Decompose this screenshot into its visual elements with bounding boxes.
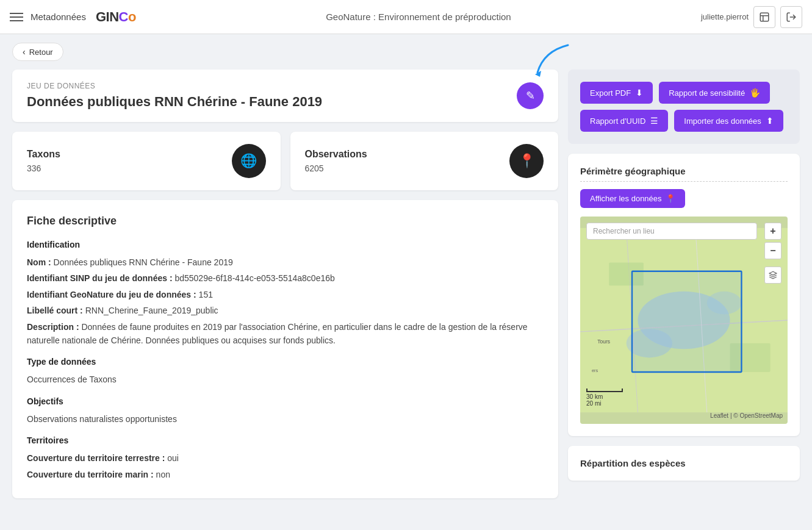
especes-title: Répartition des espèces xyxy=(580,458,788,468)
map-scale: 30 km 20 mi xyxy=(586,389,623,407)
map-attribution: Leaflet | © OpenStreetMap xyxy=(710,412,783,419)
importer-donnees-label: Importer des données xyxy=(684,116,761,126)
observations-value: 6205 xyxy=(305,163,367,173)
hand-icon: 🖐 xyxy=(750,88,760,98)
taxons-icon: 🌐 xyxy=(232,144,266,178)
objectifs-value: Observations naturalistes opportunistes xyxy=(27,414,177,424)
importer-donnees-button[interactable]: Importer des données ⬆ xyxy=(674,110,783,132)
type-donnees-section-title: Type de données xyxy=(27,357,544,367)
logout-button[interactable] xyxy=(780,6,802,28)
observations-stat-info: Observations 6205 xyxy=(305,149,367,173)
upload-icon: ⬆ xyxy=(766,116,774,126)
section-label: Metadonnées xyxy=(31,12,86,22)
map-container: Tours ers Rechercher un lieu + − xyxy=(580,217,788,424)
attribution-text: Leaflet | © OpenStreetMap xyxy=(710,412,783,419)
fiche-descriptive-card: Fiche descriptive Identification Nom : D… xyxy=(12,200,558,498)
scale-mi: 20 mi xyxy=(586,400,601,407)
app-title: GeoNature : Environnement de préproducti… xyxy=(143,12,694,22)
sinp-field: Identifiant SINP du jeu de données : bd5… xyxy=(27,271,544,285)
couverture-terrestre-value: oui xyxy=(167,453,179,463)
topnav-right: juliette.pierrot xyxy=(701,6,802,28)
geo-title: Périmètre géographique xyxy=(580,166,788,182)
description-field: Description : Données de faune produites… xyxy=(27,320,544,348)
rapport-sensibilite-button[interactable]: Rapport de sensibilité 🖐 xyxy=(659,82,770,104)
dataset-title: Données publiques RNN Chérine - Faune 20… xyxy=(27,94,544,110)
location-icon: 📍 xyxy=(666,194,675,203)
show-data-button[interactable]: Afficher les données 📍 xyxy=(580,189,685,208)
header-card: Jeu de données Données publiques RNN Ché… xyxy=(12,70,558,122)
map-search-placeholder: Rechercher un lieu xyxy=(593,227,655,235)
list-icon: ☰ xyxy=(650,116,658,126)
show-data-label: Afficher les données xyxy=(590,194,662,203)
scale-km: 30 km xyxy=(586,393,603,400)
left-column: Jeu de données Données publiques RNN Ché… xyxy=(12,70,558,498)
especes-card: Répartition des espèces xyxy=(568,446,800,481)
rapport-sensibilite-label: Rapport de sensibilité xyxy=(669,88,745,98)
couverture-terrestre-field: Couverture du territoire terrestre : oui xyxy=(27,451,544,465)
svg-rect-0 xyxy=(760,13,769,21)
sinp-value: bd55029e-6f18-414c-e053-5514a8c0e16b xyxy=(174,273,334,283)
observations-icon: 📍 xyxy=(509,144,544,178)
back-arrow-icon: ‹ xyxy=(23,47,26,57)
couverture-terrestre-label: Couverture du territoire terrestre : xyxy=(27,453,165,463)
nom-field: Nom : Données publiques RNN Chérine - Fa… xyxy=(27,256,544,269)
stats-row: Taxons 336 🌐 Observations 6205 📍 xyxy=(12,132,558,190)
actions-wrapper: Export PDF ⬇ Rapport de sensibilité 🖐 Ra… xyxy=(568,70,800,144)
back-button[interactable]: ‹ Retour xyxy=(12,43,63,61)
description-value: Données de faune produites en 2019 par l… xyxy=(27,322,528,345)
dataset-subtitle: Jeu de données xyxy=(27,82,544,90)
geonature-value: 151 xyxy=(199,290,213,299)
territoires-section-title: Territoires xyxy=(27,435,544,445)
actions-card: Export PDF ⬇ Rapport de sensibilité 🖐 Ra… xyxy=(568,70,800,144)
map-controls: + − xyxy=(764,223,781,284)
objectifs-value-row: Observations naturalistes opportunistes xyxy=(27,412,544,426)
brand-logo: GIN C o xyxy=(96,9,136,25)
svg-rect-16 xyxy=(632,271,741,372)
topnav: Metadonnées GIN C o GeoNature : Environn… xyxy=(0,0,812,34)
zoom-out-button[interactable]: − xyxy=(764,242,781,259)
type-donnees-value: Occurrences de Taxons xyxy=(27,374,117,384)
back-label: Retour xyxy=(29,48,53,57)
identification-section-title: Identification xyxy=(27,240,544,249)
taxons-stat-info: Taxons 336 xyxy=(27,149,60,173)
user-name: juliette.pierrot xyxy=(701,12,749,21)
libelle-value: RNN_Cherine_Faune_2019_public xyxy=(85,306,218,315)
taxons-label: Taxons xyxy=(27,149,60,160)
libelle-label: Libellé court : xyxy=(27,306,83,315)
breadcrumb-bar: ‹ Retour xyxy=(0,34,812,70)
menu-icon[interactable] xyxy=(10,13,23,21)
main-layout: Jeu de données Données publiques RNN Ché… xyxy=(0,70,812,510)
couverture-marin-field: Couverture du territoire marin : non xyxy=(27,468,544,481)
description-label: Description : xyxy=(27,322,79,332)
export-pdf-label: Export PDF xyxy=(590,88,631,98)
map-search-input[interactable]: Rechercher un lieu xyxy=(586,223,757,240)
libelle-field: Libellé court : RNN_Cherine_Faune_2019_p… xyxy=(27,304,544,317)
notifications-button[interactable] xyxy=(753,6,775,28)
geonature-field: Identifiant GeoNature du jeu de données … xyxy=(27,288,544,301)
svg-marker-17 xyxy=(769,271,777,275)
download-icon: ⬇ xyxy=(636,88,643,98)
nom-label: Nom : xyxy=(27,257,51,267)
svg-text:ers: ers xyxy=(592,368,598,373)
type-donnees-value-row: Occurrences de Taxons xyxy=(27,373,544,386)
rapport-uuid-button[interactable]: Rapport d'UUID ☰ xyxy=(580,110,668,132)
rapport-uuid-label: Rapport d'UUID xyxy=(590,116,645,126)
geonature-label: Identifiant GeoNature du jeu de données … xyxy=(27,290,196,299)
svg-text:Tours: Tours xyxy=(597,338,610,345)
couverture-marin-label: Couverture du territoire marin : xyxy=(27,470,154,479)
geo-card: Périmètre géographique Afficher les donn… xyxy=(568,154,800,436)
couverture-marin-value: non xyxy=(156,470,170,479)
edit-icon: ✎ xyxy=(526,89,535,102)
layers-button[interactable] xyxy=(764,267,781,284)
taxons-value: 336 xyxy=(27,163,60,173)
nom-value: Données publiques RNN Chérine - Faune 20… xyxy=(54,257,233,267)
objectifs-section-title: Objectifs xyxy=(27,396,544,406)
zoom-in-button[interactable]: + xyxy=(764,223,781,240)
right-column: Export PDF ⬇ Rapport de sensibilité 🖐 Ra… xyxy=(568,70,800,498)
export-pdf-button[interactable]: Export PDF ⬇ xyxy=(580,82,653,104)
observations-label: Observations xyxy=(305,149,367,160)
edit-button[interactable]: ✎ xyxy=(517,82,544,109)
taxons-stat-card: Taxons 336 🌐 xyxy=(12,132,281,190)
fiche-title: Fiche descriptive xyxy=(27,215,544,227)
sinp-label: Identifiant SINP du jeu de données : xyxy=(27,273,173,283)
